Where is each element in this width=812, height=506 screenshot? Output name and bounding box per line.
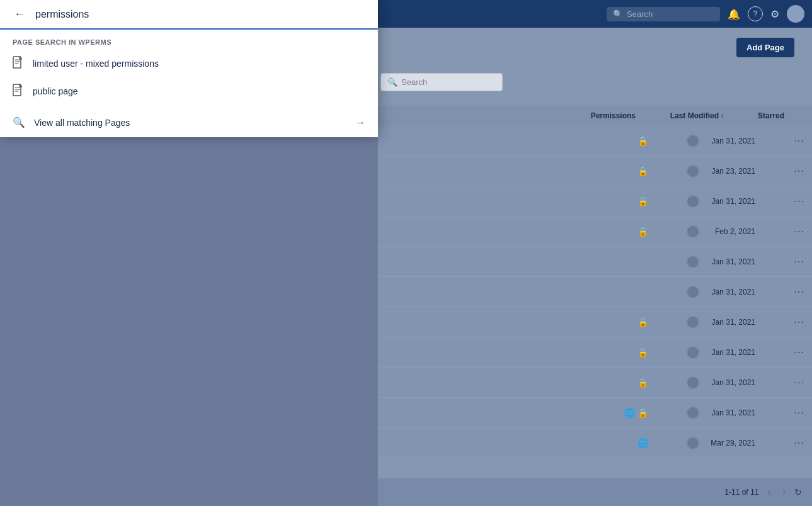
pagination-prev-button[interactable]: ‹ — [765, 485, 773, 499]
table-row[interactable]: 🔒 Jan 31, 2021 ··· — [378, 126, 812, 156]
lock-icon: 🔒 — [638, 166, 648, 176]
search-panel-header: ← — [0, 0, 378, 30]
user-avatar[interactable] — [787, 5, 804, 23]
row-more-button[interactable]: ··· — [794, 437, 804, 449]
row-avatar — [686, 255, 700, 269]
row-more-button[interactable]: ··· — [794, 196, 804, 207]
row-permissions: 🔒 — [638, 196, 648, 206]
search-result-item[interactable]: public page — [0, 77, 378, 105]
global-search-input[interactable] — [627, 9, 715, 19]
row-permissions: 🌐 🔒 — [624, 408, 648, 418]
row-permissions: 🔒 — [638, 136, 648, 146]
row-more-button[interactable]: ··· — [794, 377, 804, 388]
row-more-button[interactable]: ··· — [794, 256, 804, 267]
row-date: Jan 31, 2021 — [712, 348, 755, 357]
pagination-next-button[interactable]: › — [780, 485, 788, 499]
row-more-button[interactable]: ··· — [794, 347, 804, 358]
row-avatar — [686, 194, 700, 208]
row-more-button[interactable]: ··· — [794, 286, 804, 298]
row-avatar — [686, 376, 700, 390]
pagination-bar: 1-11 of 11 ‹ › ↻ — [378, 478, 812, 506]
row-avatar — [686, 436, 700, 450]
row-more-button[interactable]: ··· — [794, 166, 804, 177]
back-button[interactable]: ← — [10, 6, 29, 22]
row-date: Mar 29, 2021 — [711, 439, 755, 447]
row-permissions: 🔒 — [638, 166, 648, 176]
row-date: Jan 31, 2021 — [712, 318, 755, 327]
column-starred-label: Starred — [758, 111, 784, 120]
row-avatar — [686, 315, 700, 329]
table-row[interactable]: 🌐 Mar 29, 2021 ··· — [378, 428, 812, 458]
pagination-info: 1-11 of 11 — [724, 488, 758, 497]
row-more-button[interactable]: ··· — [794, 407, 804, 419]
result-text: public page — [33, 86, 78, 96]
table-search-input[interactable] — [401, 77, 489, 87]
lock-icon: 🔒 — [638, 317, 648, 327]
globe-icon: 🌐 — [624, 408, 635, 418]
row-more-button[interactable]: ··· — [794, 317, 804, 328]
global-search-icon: 🔍 — [613, 9, 623, 19]
refresh-button[interactable]: ↻ — [794, 487, 802, 497]
arrow-right-icon: → — [355, 117, 365, 128]
table-row[interactable]: 🔒 Jan 23, 2021 ··· — [378, 156, 812, 186]
row-more-button[interactable]: ··· — [794, 226, 804, 237]
row-avatar — [686, 134, 700, 148]
search-panel-input[interactable] — [35, 9, 368, 20]
row-date: Jan 31, 2021 — [712, 197, 755, 206]
row-permissions: 🔒 — [638, 227, 648, 237]
help-icon[interactable]: ? — [748, 6, 763, 21]
row-date: Jan 31, 2021 — [712, 257, 755, 266]
lock-icon: 🔒 — [638, 136, 648, 146]
lock-icon: 🔒 — [638, 227, 648, 237]
row-permissions: 🔒 — [638, 347, 648, 357]
search-icon: 🔍 — [13, 116, 25, 128]
search-section-label: PAGE SEARCH IN WPERMS — [0, 30, 378, 50]
row-date: Jan 23, 2021 — [712, 167, 755, 176]
notification-bell-icon[interactable]: 🔔 — [725, 8, 743, 20]
view-all-label: View all matching Pages — [34, 118, 346, 128]
column-lastmodified-label[interactable]: Last Modified ↕ — [670, 111, 724, 120]
row-date: Jan 31, 2021 — [712, 408, 755, 417]
table-row[interactable]: Jan 31, 2021 ··· — [378, 247, 812, 277]
row-avatar — [686, 285, 700, 299]
row-permissions: 🌐 — [638, 438, 648, 448]
row-date: Feb 2, 2021 — [715, 227, 755, 236]
search-result-item[interactable]: limited user - mixed permissions — [0, 50, 378, 77]
settings-gear-icon[interactable]: ⚙ — [768, 8, 782, 20]
table-row[interactable]: 🔒 Jan 31, 2021 ··· — [378, 307, 812, 337]
global-search-box[interactable]: 🔍 — [607, 7, 720, 21]
view-all-pages-link[interactable]: 🔍 View all matching Pages → — [0, 108, 378, 137]
table-search-icon: 🔍 — [387, 77, 397, 87]
search-panel: ← PAGE SEARCH IN WPERMS limited user - m… — [0, 0, 378, 137]
table-body: 🔒 Jan 31, 2021 ··· 🔒 Jan 23, 2021 ··· 🔒 … — [378, 126, 812, 478]
row-avatar — [686, 346, 700, 359]
document-icon — [13, 84, 24, 99]
row-date: Jan 31, 2021 — [712, 378, 755, 387]
table-header: Permissions Last Modified ↕ Starred — [378, 106, 812, 126]
lock-icon: 🔒 — [638, 378, 648, 388]
result-text: limited user - mixed permissions — [33, 59, 159, 69]
document-icon — [13, 56, 24, 71]
row-date: Jan 31, 2021 — [712, 137, 755, 145]
table-row[interactable]: 🔒 Jan 31, 2021 ··· — [378, 337, 812, 368]
row-avatar — [686, 164, 700, 178]
lock-icon: 🔒 — [638, 196, 648, 206]
sort-icon: ↕ — [721, 113, 724, 120]
column-permissions-label: Permissions — [591, 111, 636, 120]
table-row[interactable]: 🔒 Jan 31, 2021 ··· — [378, 186, 812, 216]
table-row[interactable]: 🔒 Feb 2, 2021 ··· — [378, 216, 812, 247]
row-avatar — [686, 406, 700, 420]
row-more-button[interactable]: ··· — [794, 135, 804, 147]
globe-icon: 🌐 — [638, 438, 648, 448]
table-row[interactable]: 🌐 🔒 Jan 31, 2021 ··· — [378, 398, 812, 428]
row-date: Jan 31, 2021 — [712, 288, 755, 296]
table-search-box[interactable]: 🔍 — [380, 73, 503, 91]
row-permissions: 🔒 — [638, 378, 648, 388]
table-row[interactable]: 🔒 Jan 31, 2021 ··· — [378, 368, 812, 398]
table-row[interactable]: Jan 31, 2021 ··· — [378, 277, 812, 307]
lock-icon: 🔒 — [638, 347, 648, 357]
add-page-button[interactable]: Add Page — [736, 38, 794, 57]
row-permissions: 🔒 — [638, 317, 648, 327]
lock-icon: 🔒 — [638, 408, 648, 418]
row-avatar — [686, 225, 700, 239]
